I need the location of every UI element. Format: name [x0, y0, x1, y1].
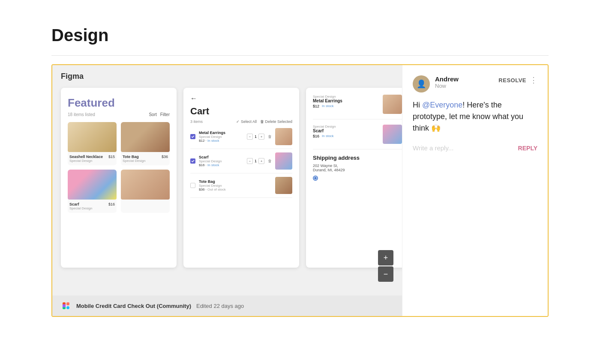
earrings-name: Metal Earrings: [199, 131, 243, 135]
page-title: Design: [51, 26, 549, 45]
figma-preview-panel: Figma Featured 18 items listed Sort Filt…: [52, 65, 402, 316]
scarf-info: Scarf $16 Special Design: [68, 202, 117, 213]
tote-tag: Special Design: [123, 159, 168, 163]
comment-panel: 👤 Andrew Now RESOLVE ⋮ Hi @Everyone! Her…: [402, 65, 548, 316]
tote-info: Tote Bag Special Design $36 · Out of sto…: [199, 179, 272, 191]
more-options-button[interactable]: ⋮: [530, 75, 537, 85]
select-all-btn[interactable]: ✓ Select All: [236, 119, 257, 124]
featured-screen-mockup: Featured 18 items listed Sort Filter: [61, 88, 177, 268]
figma-canvas: Featured 18 items listed Sort Filter: [52, 88, 402, 268]
cart-screen-mockup: ← Cart 3 items ✓ Select All 🗑 Delete Sel…: [183, 88, 299, 268]
product-card-scarf[interactable]: Scarf $16 Special Design: [68, 170, 117, 213]
shipping-section: Shipping address 202 Wayne St, Durand, M…: [313, 155, 402, 181]
zoom-in-button[interactable]: +: [378, 250, 393, 266]
scarf-info: Scarf Special Design $16 · In stock: [199, 155, 243, 167]
figma-edit-time: Edited 22 days ago: [196, 303, 244, 309]
tote-cart-img: [275, 177, 292, 194]
tote-info: Tote Bag $36 Special Design: [121, 155, 170, 165]
product-card-tote[interactable]: Tote Bag $36 Special Design: [121, 122, 170, 165]
earrings-price: $12 · In stock: [199, 139, 243, 143]
delete-selected-btn[interactable]: 🗑 Delete Selected: [260, 119, 292, 124]
figma-footer: Mobile Credit Card Check Out (Community)…: [52, 295, 402, 316]
partial-scarf-price-row: $16 In stock: [313, 134, 379, 138]
earrings-info: Metal Earrings Special Design $12 · In s…: [199, 131, 243, 143]
shipping-address-line2: Durand, MI, 48429: [313, 168, 402, 172]
featured-subtitle: 18 items listed Sort Filter: [68, 112, 170, 117]
earrings-delete-icon[interactable]: 🗑: [268, 134, 272, 139]
cart-item-earrings: Metal Earrings Special Design $12 · In s…: [190, 128, 292, 149]
partial-scarf-img: [383, 125, 402, 144]
necklace-price: $15: [108, 155, 115, 159]
earrings-qty: − 1 +: [247, 134, 264, 140]
figma-file-name: Mobile Credit Card Check Out (Community): [76, 303, 191, 309]
partial-earrings-stock: In stock: [322, 104, 334, 108]
cart-item-tote: Tote Bag Special Design $36 · Out of sto…: [190, 177, 292, 198]
tote-image: [121, 122, 170, 152]
resolve-button[interactable]: RESOLVE: [498, 77, 526, 84]
partial-earrings: Special Design Metal Earrings $12 In sto…: [313, 95, 402, 119]
tote-tag: Special Design: [199, 184, 272, 188]
tote-price: $36 · Out of stock: [199, 188, 272, 191]
tote-checkbox[interactable]: [190, 183, 195, 188]
filter-label[interactable]: Filter: [160, 112, 170, 117]
earrings-qty-plus[interactable]: +: [258, 134, 264, 140]
earrings-tag: Special Design: [199, 135, 243, 139]
scarf-qty-value: 1: [255, 159, 257, 163]
earrings-qty-value: 1: [255, 134, 257, 139]
cart-item-scarf: Scarf Special Design $16 · In stock − 1 …: [190, 152, 292, 173]
scarf-price: $16 · In stock: [199, 163, 243, 167]
scarf-price: $16: [108, 202, 115, 206]
comment-author-info: Andrew Now: [435, 75, 493, 89]
radio-indicator: [313, 176, 402, 181]
product-grid: Seashell Necklace $15 Special Design: [68, 122, 170, 213]
scarf-qty-minus[interactable]: −: [247, 158, 253, 164]
scarf-tag: Special Design: [199, 159, 243, 163]
scarf-qty-plus[interactable]: +: [258, 158, 264, 164]
sort-label[interactable]: Sort: [149, 112, 156, 117]
scarf-delete-icon[interactable]: 🗑: [268, 159, 272, 163]
earrings-qty-minus[interactable]: −: [247, 134, 253, 140]
filter-sort: Sort Filter: [149, 112, 170, 117]
partial-scarf-price: $16: [313, 134, 319, 138]
scarf-name: Scarf: [69, 202, 79, 206]
cart-title: Cart: [190, 106, 292, 117]
scarf-qty: − 1 +: [247, 158, 264, 164]
scarf-cart-img: [275, 152, 292, 170]
earrings-image: [121, 170, 170, 200]
comment-time: Now: [435, 83, 493, 89]
svg-rect-1: [66, 302, 69, 305]
svg-point-3: [66, 306, 69, 309]
zoom-controls: + −: [378, 250, 393, 282]
tote-stock: Out of stock: [207, 188, 226, 191]
cart-back-icon[interactable]: ←: [190, 95, 292, 102]
cart-meta: 3 items ✓ Select All 🗑 Delete Selected: [190, 119, 292, 124]
tote-name: Tote Bag: [199, 179, 272, 184]
shipping-address-line1: 202 Wayne St,: [313, 164, 402, 168]
page-container: Design Figma Featured 18 items listed So…: [0, 0, 600, 343]
necklace-tag: Special Design: [69, 159, 115, 163]
comment-body: Hi @Everyone! Here's the prototype, let …: [413, 99, 537, 134]
comment-reply-area: Write a reply... REPLY: [413, 144, 537, 152]
product-card-earrings[interactable]: [121, 170, 170, 213]
product-card-necklace[interactable]: Seashell Necklace $15 Special Design: [68, 122, 117, 165]
reply-input-placeholder[interactable]: Write a reply...: [413, 144, 518, 152]
partial-earrings-img: [383, 95, 402, 114]
earrings-info: [121, 202, 170, 205]
scarf-stock: In stock: [207, 163, 219, 167]
zoom-out-button[interactable]: −: [378, 266, 393, 282]
necklace-info: Seashell Necklace $15 Special Design: [68, 155, 117, 165]
reply-button[interactable]: REPLY: [518, 145, 537, 152]
partial-earrings-price: $12: [313, 104, 319, 108]
svg-rect-4: [63, 304, 66, 307]
earrings-checkbox[interactable]: [190, 134, 195, 139]
figma-header: Figma: [52, 65, 402, 88]
avatar: 👤: [413, 75, 430, 92]
scarf-name: Scarf: [199, 155, 243, 159]
content-area: Figma Featured 18 items listed Sort Filt…: [51, 64, 549, 317]
figma-logo-icon: [61, 301, 71, 311]
comment-mention: @Everyone: [422, 101, 462, 109]
scarf-checkbox[interactable]: [190, 158, 195, 164]
radio-button[interactable]: [313, 176, 318, 181]
earrings-cart-img: [275, 128, 292, 145]
partial-earrings-price-row: $12 In stock: [313, 104, 379, 108]
